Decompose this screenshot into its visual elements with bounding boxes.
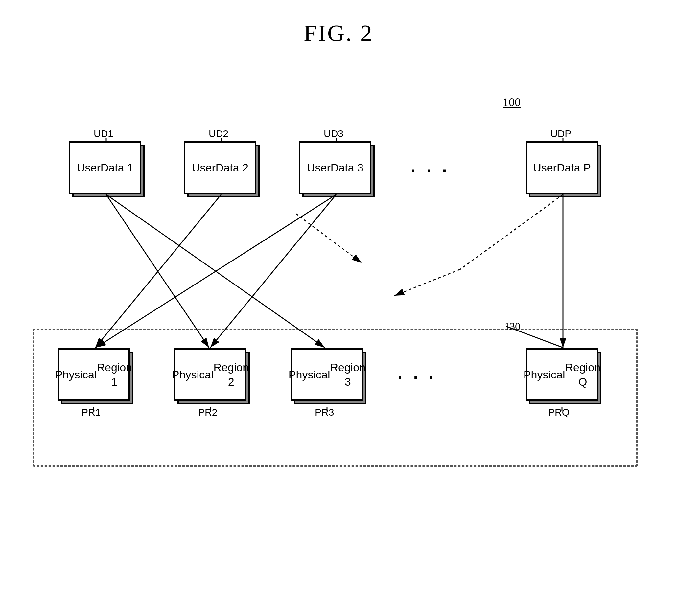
ud1-label: UD1 [94,128,114,139]
prq-box: PhysicalRegion Q [526,348,598,401]
svg-line-10 [106,194,209,347]
svg-line-12 [95,194,221,347]
user-data-box-1: UserData 1 [69,141,141,194]
pr1-label: PR1 [82,407,100,418]
svg-line-16 [460,194,563,270]
svg-line-11 [106,194,325,347]
ud3-box: UserData 3 [299,141,371,194]
diagram-arrows [0,0,677,616]
ud3-label: UD3 [324,128,344,139]
ud2-box: UserData 2 [184,141,256,194]
svg-line-15 [296,214,362,263]
svg-line-17 [394,270,460,296]
user-data-box-p: UserData P [526,141,598,194]
pr2-box: PhysicalRegion 2 [174,348,246,401]
label-100: 100 [503,95,521,109]
prq-label: PRQ [548,407,570,418]
phys-box-q: PhysicalRegion Q [526,348,598,401]
phys-box-1: PhysicalRegion 1 [57,348,130,401]
label-130: 130 [504,320,520,332]
svg-line-13 [96,194,336,347]
udp-label: UDP [550,128,571,139]
user-data-box-2: UserData 2 [184,141,256,194]
svg-line-14 [210,194,336,347]
dots-bottom-row: · · · [398,368,437,387]
ud2-label: UD2 [209,128,228,139]
user-data-box-3: UserData 3 [299,141,371,194]
dots-top-row: · · · [411,161,450,180]
pr3-box: PhysicalRegion 3 [291,348,363,401]
udp-box: UserData P [526,141,598,194]
pr2-label: PR2 [198,407,217,418]
pr3-label: PR3 [315,407,334,418]
phys-box-2: PhysicalRegion 2 [174,348,246,401]
pr1-box: PhysicalRegion 1 [57,348,130,401]
ud1-box: UserData 1 [69,141,141,194]
page-title: FIG. 2 [0,0,677,47]
phys-box-3: PhysicalRegion 3 [291,348,363,401]
